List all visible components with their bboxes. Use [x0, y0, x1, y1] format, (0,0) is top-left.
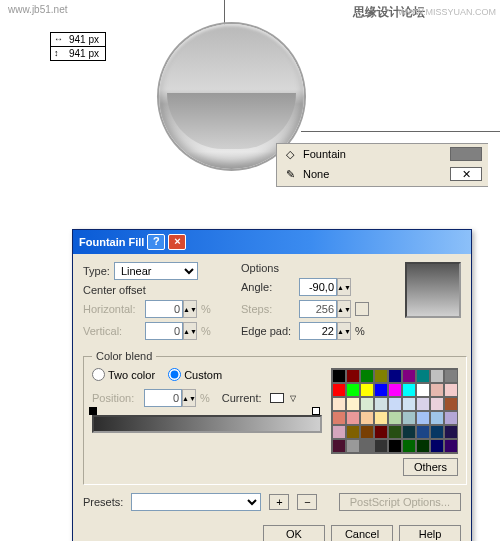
guide-horizontal: [301, 131, 500, 132]
palette-swatch[interactable]: [402, 383, 416, 397]
palette-swatch[interactable]: [388, 425, 402, 439]
palette-swatch[interactable]: [430, 369, 444, 383]
palette-swatch[interactable]: [388, 397, 402, 411]
ok-button[interactable]: OK: [263, 525, 325, 541]
steps-input: [299, 300, 337, 318]
edgepad-input[interactable]: [299, 322, 337, 340]
edgepad-pct: %: [355, 325, 365, 337]
palette-swatch[interactable]: [374, 369, 388, 383]
edgepad-stepper[interactable]: ▲▼: [337, 322, 351, 340]
twocolor-radio[interactable]: Two color: [92, 368, 155, 381]
palette-swatch[interactable]: [430, 439, 444, 453]
help-titlebar-button[interactable]: ?: [147, 234, 165, 250]
dialog-titlebar[interactable]: Fountain Fill ? ×: [73, 230, 471, 254]
palette-swatch[interactable]: [430, 411, 444, 425]
palette-swatch[interactable]: [430, 397, 444, 411]
gradient-bar[interactable]: [92, 415, 322, 433]
close-button[interactable]: ×: [168, 234, 186, 250]
palette-swatch[interactable]: [346, 425, 360, 439]
vertical-pct: %: [201, 325, 211, 337]
color-blend-legend: Color blend: [92, 350, 156, 362]
vertical-input: [145, 322, 183, 340]
palette-swatch[interactable]: [388, 439, 402, 453]
palette-swatch[interactable]: [402, 425, 416, 439]
palette-swatch[interactable]: [374, 397, 388, 411]
palette-swatch[interactable]: [416, 439, 430, 453]
gradient-marker-end[interactable]: [312, 407, 320, 415]
postscript-button: PostScript Options...: [339, 493, 461, 511]
palette-swatch[interactable]: [416, 397, 430, 411]
cancel-button[interactable]: Cancel: [331, 525, 393, 541]
palette-swatch[interactable]: [444, 383, 458, 397]
palette-swatch[interactable]: [444, 425, 458, 439]
palette-swatch[interactable]: [388, 383, 402, 397]
palette-swatch[interactable]: [430, 425, 444, 439]
dimension-height: 941 px: [51, 47, 105, 60]
palette-swatch[interactable]: [332, 411, 346, 425]
palette-swatch[interactable]: [388, 369, 402, 383]
outline-none-swatch[interactable]: ✕: [450, 167, 482, 181]
palette-swatch[interactable]: [388, 411, 402, 425]
custom-radio[interactable]: Custom: [168, 368, 222, 381]
palette-swatch[interactable]: [374, 425, 388, 439]
palette-swatch[interactable]: [360, 425, 374, 439]
steps-lock-icon[interactable]: [355, 302, 369, 316]
center-offset-label: Center offset: [83, 284, 146, 296]
preset-add-button[interactable]: +: [269, 494, 289, 510]
horizontal-stepper: ▲▼: [183, 300, 197, 318]
presets-label: Presets:: [83, 496, 123, 508]
gradient-marker-start[interactable]: [89, 407, 97, 415]
palette-swatch[interactable]: [416, 411, 430, 425]
preset-remove-button[interactable]: −: [297, 494, 317, 510]
dropdown-icon[interactable]: ▽: [290, 394, 296, 403]
palette-swatch[interactable]: [332, 439, 346, 453]
palette-swatch[interactable]: [346, 397, 360, 411]
palette-swatch[interactable]: [402, 411, 416, 425]
fill-bucket-icon: ◇: [283, 147, 297, 161]
palette-swatch[interactable]: [444, 439, 458, 453]
angle-stepper[interactable]: ▲▼: [337, 278, 351, 296]
type-label: Type:: [83, 265, 110, 277]
palette-swatch[interactable]: [360, 369, 374, 383]
help-button[interactable]: Help: [399, 525, 461, 541]
fill-color-swatch[interactable]: [450, 147, 482, 161]
pen-outline-icon: ✎: [283, 167, 297, 181]
type-select[interactable]: Linear: [114, 262, 198, 280]
dimension-tooltip: 941 px 941 px: [50, 32, 106, 61]
palette-swatch[interactable]: [402, 397, 416, 411]
position-stepper: ▲▼: [182, 389, 196, 407]
palette-swatch[interactable]: [360, 439, 374, 453]
position-label: Position:: [92, 392, 140, 404]
palette-swatch[interactable]: [332, 383, 346, 397]
palette-swatch[interactable]: [346, 369, 360, 383]
color-palette[interactable]: [331, 368, 458, 454]
current-color-swatch[interactable]: [270, 393, 284, 403]
palette-swatch[interactable]: [332, 369, 346, 383]
palette-swatch[interactable]: [416, 425, 430, 439]
palette-swatch[interactable]: [374, 411, 388, 425]
palette-swatch[interactable]: [444, 397, 458, 411]
angle-input[interactable]: [299, 278, 337, 296]
palette-swatch[interactable]: [374, 383, 388, 397]
palette-swatch[interactable]: [346, 411, 360, 425]
palette-swatch[interactable]: [332, 425, 346, 439]
palette-swatch[interactable]: [430, 383, 444, 397]
palette-swatch[interactable]: [346, 383, 360, 397]
palette-swatch[interactable]: [416, 369, 430, 383]
others-button[interactable]: Others: [403, 458, 458, 476]
palette-swatch[interactable]: [360, 383, 374, 397]
fill-type-label: Fountain: [303, 148, 346, 160]
dimension-width: 941 px: [51, 33, 105, 47]
presets-select[interactable]: [131, 493, 261, 511]
palette-swatch[interactable]: [402, 369, 416, 383]
palette-swatch[interactable]: [416, 383, 430, 397]
palette-swatch[interactable]: [444, 411, 458, 425]
palette-swatch[interactable]: [374, 439, 388, 453]
palette-swatch[interactable]: [332, 397, 346, 411]
palette-swatch[interactable]: [360, 397, 374, 411]
palette-swatch[interactable]: [360, 411, 374, 425]
position-input: [144, 389, 182, 407]
palette-swatch[interactable]: [444, 369, 458, 383]
palette-swatch[interactable]: [402, 439, 416, 453]
palette-swatch[interactable]: [346, 439, 360, 453]
